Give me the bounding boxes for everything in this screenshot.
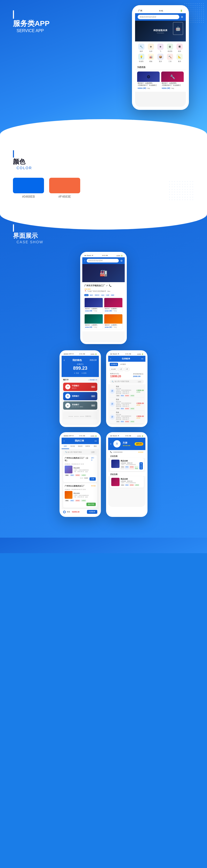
p2-price: ¥200/小时 广州住 xyxy=(104,310,123,313)
order-item-1[interactable]: 广州市白云模具加工工厂（公司） 进行中 2019时间：08-06/08-06-0… xyxy=(63,455,97,482)
bank-card-china[interactable]: 中 中国银行 借记卡 借记 xyxy=(63,383,97,391)
other-bank-badge: 借记 xyxy=(91,404,95,406)
case-heading: 界面展示 CASE SHOW xyxy=(13,224,194,244)
o-status-2: 待付款 xyxy=(91,485,96,488)
cat-10[interactable]: 📐 量具 xyxy=(175,54,184,63)
stmt-tab-bill[interactable]: 往来账单 xyxy=(110,363,118,366)
detail-product-2[interactable]: 模具加工（金属/塑料） ¥200/小时 广州住 xyxy=(104,298,123,313)
tab-all-orders[interactable]: 全部 xyxy=(62,444,69,449)
back-icon[interactable]: ‹ xyxy=(84,259,85,262)
current-order[interactable]: 商品名称 交易金额：¥3000.00 订单号：24321006865432 ¥8… xyxy=(110,458,144,471)
select-all-checkbox[interactable] xyxy=(63,511,66,513)
color-section: 颜色 COLOR #0468EB #F4683E xyxy=(0,135,207,209)
wallet-withdraw[interactable]: ⊖ 提现 xyxy=(81,372,87,374)
detail-product-4[interactable]: 模具加工（金属/塑料） ¥200/小时 广州住 xyxy=(104,314,123,329)
history-order[interactable]: 商品名称 交易金额：¥3000.00 订单号：24321006865432 ¥8… xyxy=(110,476,144,488)
history-section-title: 历史交易 xyxy=(108,472,145,476)
detail-search[interactable]: 搜索您想找的器材 xyxy=(87,259,119,262)
profile-name-info: 方涛 ★★★★★ xyxy=(123,441,130,447)
cat-8[interactable]: 📦 更多 xyxy=(156,54,165,63)
history-order-info: 商品名称 交易金额：¥3000.00 订单号：24321006865432 ¥8… xyxy=(120,478,142,486)
call-icon[interactable]: 📞 xyxy=(109,284,111,287)
detail-product-3[interactable]: 模具加工（金属/塑料） ¥200/小时 广州住 xyxy=(84,314,103,329)
statement-more[interactable]: ••• xyxy=(141,358,143,360)
stmt-right-1: +3990.00 已结清 xyxy=(136,390,144,393)
product-card-1[interactable]: ⚙ 模具加工（金属/塑料）大型模具加工厂 专业服务已 ¥200/小时 广州住 xyxy=(137,71,160,90)
tab-3d[interactable]: 3D打印 xyxy=(94,294,100,296)
cat-4[interactable]: ⚙ 线切割 xyxy=(166,43,174,53)
detail-body: 广州市天宇模具加工厂 ✓ 📞 ★★★★ 📍 广东省广州市天河区闸坡3号 2km … xyxy=(82,282,125,331)
stmt-status-2: 未结清 xyxy=(136,404,144,406)
stmt-right-3: +3990.00 未结清 xyxy=(136,415,144,419)
search-bar[interactable]: 搜索您想找的器材 ⚙ xyxy=(135,13,186,21)
wallet-statement-row: ●●●●● APP ▼ 9:41 AM 100% 🔋 ‹ 我的钱包 浏览记录 余… xyxy=(13,350,194,427)
tab-review[interactable]: 待评价 xyxy=(84,444,91,449)
add-bank-btn[interactable]: + 添加银行卡 xyxy=(88,379,97,381)
p-carrier: ●● Sketch ▼ xyxy=(110,435,119,437)
o-prices-2: ¥850 ¥500 ¥2500 +¥500 xyxy=(65,500,96,502)
cmb-name: 招商银行 xyxy=(72,395,90,398)
vip-button[interactable]: 成为VIP xyxy=(135,442,143,446)
detail-carrier: ●● Sketch ▼ xyxy=(84,255,94,256)
settle-btn[interactable]: 结算账单 xyxy=(87,510,97,514)
tab-product[interactable]: 品品 xyxy=(101,294,105,296)
tab-inject[interactable]: 注塑 xyxy=(106,294,110,296)
category-tabs: 全部 铣切 3D打印 品品 注塑 精磨 xyxy=(84,294,123,296)
all-filter[interactable]: 全部 xyxy=(137,381,142,383)
filter-icon-detail[interactable]: ⚙ xyxy=(120,259,123,262)
tab-mill[interactable]: 铣切 xyxy=(89,294,94,296)
filter-day[interactable]: 1号 xyxy=(125,368,129,371)
stmt-item-1[interactable]: 乔 乔洪 商品名称 订单号：24321006865432 发单时间：2019-0… xyxy=(110,385,144,398)
o-btn-2[interactable]: 确认付款 xyxy=(87,503,96,506)
wallet-phone: ●●●●● APP ▼ 9:41 AM 100% 🔋 ‹ 我的钱包 浏览记录 余… xyxy=(60,350,101,427)
cat-9[interactable]: 🔨 工具 xyxy=(166,54,174,63)
product-cards: ⚙ 模具加工（金属/塑料）大型模具加工厂 专业服务已 ¥200/小时 广州住 🔧… xyxy=(135,70,186,92)
p1-name: 模具加工（金属/塑料） xyxy=(84,307,103,310)
wallet-recharge[interactable]: ⊕ 充值 xyxy=(74,372,79,374)
orders-search[interactable]: 🔍 输入商户/搜索字搜索 全部 xyxy=(63,450,97,454)
cat-3[interactable]: ✈ 飞 xyxy=(156,43,165,53)
cat-2[interactable]: ✈ 钻床 xyxy=(147,43,155,53)
bank-card-cmb[interactable]: 招 招商银行 借记 xyxy=(63,392,97,400)
recommended-title: 为您优选 xyxy=(135,65,186,70)
cat-1[interactable]: 🔧 铣床 xyxy=(137,43,146,53)
tab-pending-pay[interactable]: 待付款 xyxy=(69,444,77,449)
cat-6[interactable]: 💡 快速取 xyxy=(137,54,146,63)
tab-grind[interactable]: 精磨 xyxy=(110,294,115,296)
stmt-tab-vip[interactable]: VIP账单 xyxy=(119,363,127,366)
cat-7[interactable]: 🏭 模板 xyxy=(147,54,155,63)
filter-month[interactable]: 1月 xyxy=(118,368,123,371)
wallet-edit[interactable]: 浏览记录 xyxy=(90,359,97,362)
cat-5[interactable]: 🛠 模具 xyxy=(175,43,184,53)
stmt-item-2[interactable]: 乔 乔洪 商品名称 订单号：24321006865432 发单时间：2019-0… xyxy=(110,398,144,411)
statement-search-wrap: 🔍 输入商户/搜索字搜索 全部 xyxy=(108,379,145,384)
filter-year[interactable]: 2019年 xyxy=(110,368,117,371)
p3-img xyxy=(84,314,103,323)
wallet-back[interactable]: ‹ xyxy=(64,358,65,362)
orders-back[interactable]: ‹ xyxy=(64,439,64,442)
tab-refund[interactable]: 退款 xyxy=(91,444,99,449)
tab-pending-recv[interactable]: 待收货 xyxy=(77,444,84,449)
w-carrier: ●●●●● APP ▼ xyxy=(64,353,74,355)
statement-search[interactable]: 🔍 输入商户/搜索字搜索 全部 xyxy=(110,380,144,383)
product-card-2[interactable]: 🔧 模具加工（金属/塑料）大型模具加工厂 专业服务已 ¥200/小时 广州住 xyxy=(161,71,184,90)
stmt-item-3[interactable]: 乔 乔洪 商品名称 订单号：24321006865432 发单时间：2019-0… xyxy=(110,411,144,424)
order-item-2[interactable]: 广州市白云新模具加工厂 待付款 2019时间：08-06/09-08-06 07… xyxy=(63,483,97,507)
p3-price: ¥200/小时 广州住 xyxy=(84,326,103,329)
detail-product-1[interactable]: 模具加工（金属/塑料） ¥200/小时 广州住 xyxy=(84,298,103,313)
stmt-delivery-3: 提货日期：2019-09-17 xyxy=(116,418,135,420)
o-btn-1[interactable]: 订单 xyxy=(90,477,96,480)
bank-card-other[interactable]: B 其他银行 •••• •••• •••• 8801 借记 xyxy=(63,401,97,410)
filter-icon[interactable]: ⚙ xyxy=(181,16,183,19)
profile-back[interactable]: ‹ xyxy=(110,442,111,446)
orders-menu[interactable]: ••• xyxy=(95,440,97,442)
tab-all[interactable]: 全部 xyxy=(84,294,89,296)
summary-total: 账单合计(元) 13899.20 xyxy=(110,373,121,378)
search-input[interactable]: 搜索您想找的器材 xyxy=(138,15,179,19)
total-amount: 13899.20 xyxy=(110,375,121,378)
banner-text: 科技创造未来 xyxy=(153,29,167,32)
w-time: 9:41 AM xyxy=(79,353,85,355)
china-bank-name: 中国银行 xyxy=(72,384,90,387)
profile-contact: 📞 13000000000 ★★★★ xyxy=(108,450,145,454)
confirm-receive-btn[interactable]: 确认收货 xyxy=(139,462,143,469)
